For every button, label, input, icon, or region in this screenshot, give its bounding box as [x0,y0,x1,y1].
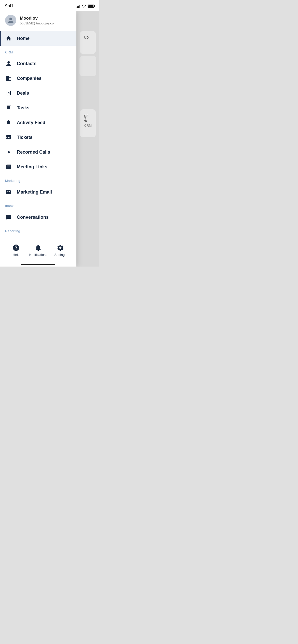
nav-item-recorded-calls[interactable]: Recorded Calls [0,145,76,159]
contacts-label: Contacts [17,61,36,66]
bottom-item-notifications[interactable]: Notifications [27,244,49,257]
meeting-links-label: Meeting Links [17,164,47,170]
right-card-2 [79,56,96,76]
tasks-label: Tasks [17,105,30,111]
conversations-label: Conversations [17,215,49,220]
nav-item-tickets[interactable]: Tickets [0,130,76,145]
section-label-marketing: Marketing [0,174,76,185]
marketing-email-icon [5,188,12,196]
user-icon [7,17,14,24]
deals-label: Deals [17,91,29,96]
right-card-3: gs & CRM [80,109,96,137]
bottom-item-settings[interactable]: Settings [49,244,72,257]
nav-item-companies[interactable]: Companies [0,71,76,86]
meeting-links-icon [5,163,12,170]
right-card-3-text: gs & [84,113,88,122]
avatar [5,15,16,26]
help-label: Help [13,253,20,257]
section-label-inbox: Inbox [0,199,76,210]
tasks-icon [5,104,12,111]
bottom-item-help[interactable]: Help [5,244,27,257]
signal-icon [76,4,80,8]
tickets-label: Tickets [17,135,33,140]
section-label-crm: CRM [0,46,76,56]
notifications-icon [34,244,42,252]
status-icons [76,4,94,8]
right-panel: up gs & CRM [76,11,99,267]
settings-icon [57,244,64,252]
recorded-calls-icon [5,149,12,156]
home-icon [5,35,12,42]
help-icon [12,244,20,252]
nav-item-conversations[interactable]: Conversations [0,210,76,225]
right-card-3-sub: CRM [84,124,92,127]
bottom-bar: Help Notifications Settings [0,240,76,262]
wifi-icon [82,5,86,8]
notifications-label: Notifications [29,253,47,257]
nav-item-meeting-links[interactable]: Meeting Links [0,159,76,174]
nav-item-deals[interactable]: Deals [0,86,76,100]
section-label-reporting: Reporting [0,225,76,235]
profile-section: Moodjoy 5503b5f2@moodjoy.com [0,11,76,31]
profile-email: 5503b5f2@moodjoy.com [20,21,57,25]
deals-icon [5,90,12,97]
home-label: Home [17,36,30,41]
right-content: up gs & CRM [76,11,99,142]
nav-item-contacts[interactable]: Contacts [0,56,76,71]
side-drawer: Moodjoy 5503b5f2@moodjoy.com Home CRM [0,11,76,267]
activity-feed-icon [5,119,12,126]
nav-item-tasks[interactable]: Tasks [0,100,76,115]
activity-feed-label: Activity Feed [17,120,45,125]
companies-label: Companies [17,76,42,81]
companies-icon [5,75,12,82]
nav-item-activity-feed[interactable]: Activity Feed [0,115,76,130]
settings-label: Settings [55,253,66,257]
profile-info: Moodjoy 5503b5f2@moodjoy.com [20,16,57,25]
contacts-icon [5,60,12,67]
battery-fill [88,5,93,7]
battery-icon [88,5,94,8]
marketing-email-label: Marketing Email [17,189,52,195]
right-card-1: up [80,31,96,54]
nav-item-home[interactable]: Home [0,31,76,46]
right-card-1-text: up [84,35,89,39]
status-bar: 9:41 [0,0,99,11]
recorded-calls-label: Recorded Calls [17,150,50,155]
profile-name: Moodjoy [20,16,57,21]
home-indicator [21,264,55,265]
conversations-icon [5,214,12,221]
nav-section: Home CRM Contacts Co [0,31,76,240]
status-time: 9:41 [5,4,13,9]
nav-item-marketing-email[interactable]: Marketing Email [0,185,76,199]
tickets-icon [5,134,12,141]
